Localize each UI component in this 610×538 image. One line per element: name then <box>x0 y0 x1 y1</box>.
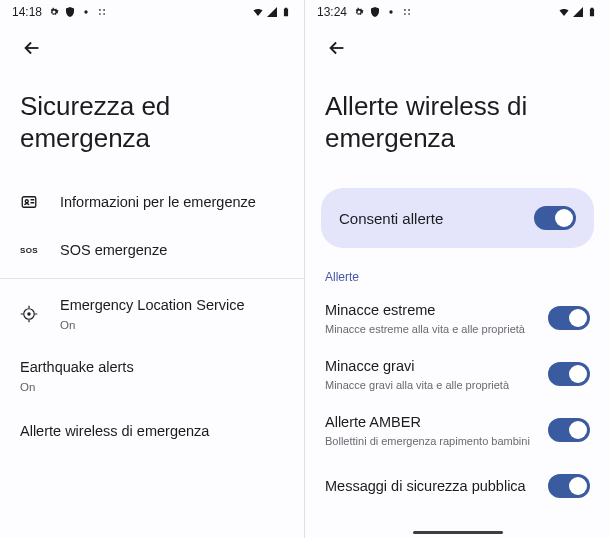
svg-point-1 <box>99 9 101 11</box>
id-card-icon <box>20 193 38 211</box>
svg-point-2 <box>103 9 105 11</box>
location-icon <box>20 305 38 323</box>
item-label: Earthquake alerts <box>20 357 284 377</box>
item-sublabel: On <box>60 317 284 333</box>
dot-icon <box>80 6 92 18</box>
item-sublabel: Minacce estreme alla vita e alle proprie… <box>325 322 538 336</box>
svg-point-9 <box>389 10 392 13</box>
svg-point-12 <box>404 13 406 15</box>
wifi-icon <box>252 6 264 18</box>
more-icon <box>96 6 108 18</box>
divider <box>0 278 304 279</box>
gear-icon <box>353 6 365 18</box>
more-icon <box>401 6 413 18</box>
section-header: Allerte <box>305 262 610 290</box>
shield-icon <box>64 6 76 18</box>
item-sos[interactable]: SOS SOS emergenze <box>0 226 304 274</box>
gear-icon <box>48 6 60 18</box>
status-bar: 13:24 <box>305 0 610 24</box>
item-label: Allerte AMBER <box>325 412 538 432</box>
item-sublabel: Minacce gravi alla vita e alle proprietà <box>325 378 538 392</box>
status-time: 14:18 <box>12 5 42 19</box>
svg-point-6 <box>25 200 28 203</box>
item-amber-alerts[interactable]: Allerte AMBER Bollettini di emergenza ra… <box>305 402 610 458</box>
dual-screenshot: 14:18 Sicurezza ed emergenza <box>0 0 610 538</box>
item-severe-threats[interactable]: Minacce gravi Minacce gravi alla vita e … <box>305 346 610 402</box>
item-sublabel: Bollettini di emergenza rapimento bambin… <box>325 434 538 448</box>
item-els[interactable]: Emergency Location Service On <box>0 283 304 345</box>
battery-icon <box>280 6 292 18</box>
page-title: Sicurezza ed emergenza <box>0 72 304 178</box>
switch-amber[interactable] <box>548 418 590 442</box>
wifi-icon <box>558 6 570 18</box>
dot-icon <box>385 6 397 18</box>
svg-point-11 <box>408 9 410 11</box>
item-label: SOS emergenze <box>60 240 284 260</box>
svg-point-3 <box>99 13 101 15</box>
back-arrow-icon <box>21 37 43 59</box>
item-emergency-info[interactable]: Informazioni per le emergenze <box>0 178 304 226</box>
item-label: Informazioni per le emergenze <box>60 192 284 212</box>
gesture-nav-handle[interactable] <box>413 531 503 534</box>
battery-icon <box>586 6 598 18</box>
svg-point-13 <box>408 13 410 15</box>
status-time: 13:24 <box>317 5 347 19</box>
item-label: Allerte wireless di emergenza <box>20 421 284 441</box>
screen-safety-emergency: 14:18 Sicurezza ed emergenza <box>0 0 305 538</box>
item-public-safety[interactable]: Messaggi di sicurezza pubblica <box>305 458 610 514</box>
screen-wireless-alerts: 13:24 Allerte wireless di emerg <box>305 0 610 538</box>
item-extreme-threats[interactable]: Minacce estreme Minacce estreme alla vit… <box>305 290 610 346</box>
item-sublabel: On <box>20 379 284 395</box>
switch-allow-alerts[interactable] <box>534 206 576 230</box>
item-label: Minacce gravi <box>325 356 538 376</box>
svg-point-4 <box>103 13 105 15</box>
master-toggle-allow-alerts[interactable]: Consenti allerte <box>321 188 594 248</box>
item-label: Messaggi di sicurezza pubblica <box>325 476 538 496</box>
back-button[interactable] <box>12 28 52 68</box>
status-bar: 14:18 <box>0 0 304 24</box>
signal-icon <box>572 6 584 18</box>
switch-severe[interactable] <box>548 362 590 386</box>
svg-point-0 <box>84 10 87 13</box>
item-wireless-alerts[interactable]: Allerte wireless di emergenza <box>0 407 304 455</box>
svg-rect-5 <box>22 197 36 208</box>
switch-extreme[interactable] <box>548 306 590 330</box>
signal-icon <box>266 6 278 18</box>
item-label: Emergency Location Service <box>60 295 284 315</box>
item-earthquake[interactable]: Earthquake alerts On <box>0 345 304 407</box>
switch-public[interactable] <box>548 474 590 498</box>
page-title: Allerte wireless di emergenza <box>305 72 610 178</box>
item-label: Minacce estreme <box>325 300 538 320</box>
back-arrow-icon <box>326 37 348 59</box>
master-toggle-label: Consenti allerte <box>339 210 443 227</box>
back-button[interactable] <box>317 28 357 68</box>
svg-point-8 <box>28 313 30 315</box>
sos-icon: SOS <box>20 246 38 255</box>
svg-point-10 <box>404 9 406 11</box>
shield-icon <box>369 6 381 18</box>
